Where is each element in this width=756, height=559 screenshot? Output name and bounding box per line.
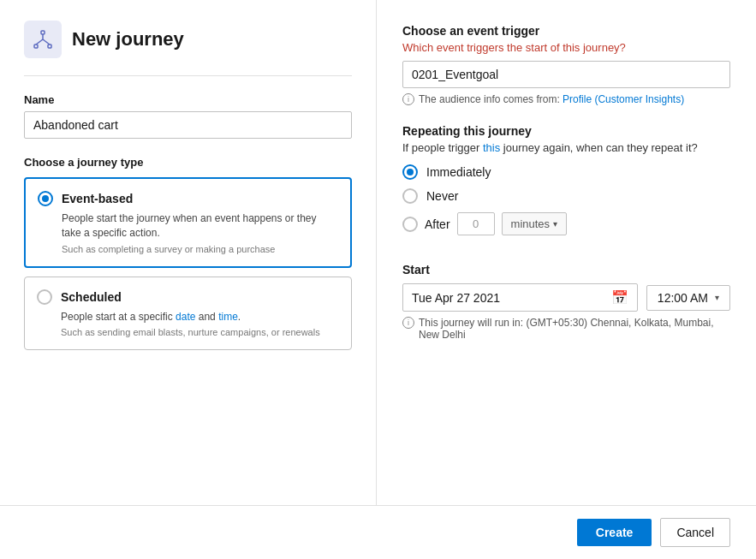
header-icon-wrap (24, 21, 62, 58)
page-title: New journey (72, 28, 184, 51)
start-section: Start Tue Apr 27 2021 📅 12:00 AM ▾ i Thi… (402, 263, 730, 341)
dialog-body: New journey Name Choose a journey type E… (0, 0, 756, 505)
date-value: Tue Apr 27 2021 (412, 291, 611, 305)
event-based-radio[interactable] (38, 191, 53, 206)
repeat-heading: Repeating this journey (402, 124, 730, 138)
dialog-footer: Create Cancel (0, 505, 756, 559)
after-value-input[interactable] (457, 212, 495, 235)
repeat-after-row[interactable]: After minutes ▾ (402, 212, 730, 235)
scheduled-desc: People start at a specific date and time… (37, 310, 339, 324)
page-header: New journey (24, 21, 352, 58)
repeat-immediately-row[interactable]: Immediately (402, 164, 730, 180)
repeat-section: Repeating this journey If people trigger… (402, 124, 730, 244)
journey-type-label: Choose a journey type (24, 156, 352, 169)
journey-icon (33, 29, 53, 50)
calendar-icon: 📅 (611, 289, 628, 306)
date-picker[interactable]: Tue Apr 27 2021 📅 (402, 283, 638, 312)
svg-rect-2 (48, 45, 51, 48)
start-label: Start (402, 263, 730, 277)
repeat-this: this (483, 141, 500, 154)
repeat-never-row[interactable]: Never (402, 188, 730, 204)
minutes-label: minutes (511, 217, 551, 230)
right-panel: Choose an event trigger Which event trig… (377, 0, 756, 505)
time-value: 12:00 AM (658, 291, 708, 305)
left-panel: New journey Name Choose a journey type E… (0, 0, 377, 505)
event-based-radio-dot (42, 195, 49, 202)
header-divider (24, 75, 352, 76)
create-button[interactable]: Create (577, 519, 652, 546)
svg-line-5 (43, 39, 50, 45)
svg-line-4 (36, 39, 43, 45)
audience-info-icon: i (402, 93, 414, 105)
repeat-subtext: If people trigger this journey again, wh… (402, 141, 730, 154)
cancel-button[interactable]: Cancel (660, 518, 730, 547)
repeat-after-label: After (425, 217, 450, 231)
scheduled-title: Scheduled (61, 290, 122, 304)
scheduled-row: Scheduled (37, 289, 339, 305)
tz-info-icon: i (402, 317, 414, 329)
scheduled-example: Such as sending email blasts, nurture ca… (37, 327, 339, 337)
event-based-desc: People start the journey when an event h… (38, 211, 338, 241)
tz-info-text: This journey will run in: (GMT+05:30) Ch… (419, 317, 730, 341)
repeat-never-radio[interactable] (402, 188, 418, 204)
name-label: Name (24, 93, 352, 106)
time-picker[interactable]: 12:00 AM ▾ (646, 285, 730, 311)
event-based-title: Event-based (62, 192, 133, 205)
event-based-option[interactable]: Event-based People start the journey whe… (24, 177, 352, 268)
trigger-heading: Choose an event trigger (402, 24, 730, 38)
svg-rect-0 (41, 31, 45, 34)
name-input[interactable] (24, 111, 352, 139)
repeat-immediately-label: Immediately (426, 165, 491, 179)
audience-info-text: The audience info comes from: Profile (C… (419, 93, 684, 105)
svg-rect-1 (34, 45, 38, 48)
minutes-chevron-icon: ▾ (553, 219, 557, 229)
scheduled-option[interactable]: Scheduled People start at a specific dat… (24, 277, 352, 351)
start-inputs-row: Tue Apr 27 2021 📅 12:00 AM ▾ (402, 283, 730, 312)
event-based-example: Such as completing a survey or making a … (38, 244, 338, 254)
repeat-after-radio[interactable] (402, 217, 418, 232)
repeat-immediately-dot (407, 169, 414, 175)
repeat-immediately-radio[interactable] (402, 164, 418, 180)
dialog: New journey Name Choose a journey type E… (0, 0, 756, 559)
trigger-input[interactable] (402, 61, 730, 88)
repeat-never-label: Never (426, 189, 458, 203)
time-chevron-icon: ▾ (715, 293, 719, 302)
timezone-info: i This journey will run in: (GMT+05:30) … (402, 317, 730, 341)
scheduled-radio[interactable] (37, 289, 52, 305)
trigger-subheading: Which event triggers the start of this j… (402, 41, 730, 54)
minutes-dropdown[interactable]: minutes ▾ (502, 212, 568, 235)
audience-info-link[interactable]: Profile (Customer Insights) (563, 93, 684, 105)
audience-info-row: i The audience info comes from: Profile … (402, 93, 730, 105)
event-based-row: Event-based (38, 191, 338, 206)
